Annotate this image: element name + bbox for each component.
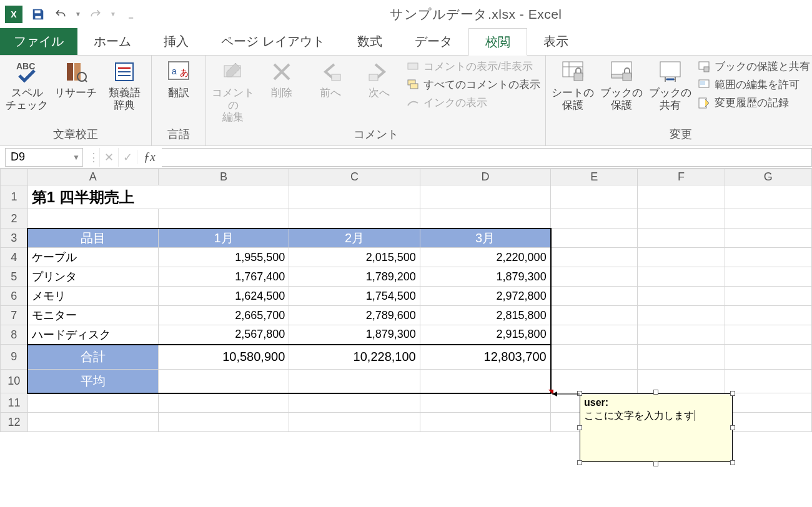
- cell[interactable]: [551, 325, 638, 345]
- cell[interactable]: [289, 393, 420, 413]
- row-header[interactable]: 8: [1, 325, 28, 345]
- tab-review[interactable]: 校閲: [468, 28, 527, 56]
- row-header[interactable]: 7: [1, 306, 28, 325]
- cell[interactable]: [27, 209, 158, 229]
- cell[interactable]: メモリ: [27, 287, 158, 306]
- cell[interactable]: [551, 287, 638, 306]
- col-header[interactable]: F: [638, 169, 725, 185]
- save-icon[interactable]: [29, 6, 47, 23]
- cell[interactable]: [551, 306, 638, 325]
- cell[interactable]: ハードディスク: [27, 325, 158, 345]
- delete-comment-button[interactable]: 削除: [260, 58, 304, 99]
- col-header[interactable]: A: [27, 169, 158, 185]
- cell[interactable]: [725, 413, 811, 432]
- cell[interactable]: [638, 229, 725, 248]
- tab-file[interactable]: ファイル: [0, 28, 77, 55]
- table-header[interactable]: 2月: [289, 229, 420, 248]
- row-header[interactable]: 9: [1, 345, 28, 370]
- cell[interactable]: 2,972,800: [420, 287, 550, 306]
- track-changes-button[interactable]: 変更履歴の記録: [697, 96, 810, 110]
- resize-handle-icon[interactable]: [577, 460, 582, 465]
- cell[interactable]: [638, 306, 725, 325]
- cell[interactable]: [551, 209, 638, 229]
- resize-handle-icon[interactable]: [730, 391, 735, 396]
- cell[interactable]: [289, 370, 420, 393]
- title-cell[interactable]: 第1 四半期売上: [27, 185, 289, 209]
- show-ink-button[interactable]: インクの表示: [406, 96, 540, 110]
- cell[interactable]: 2,915,800: [420, 325, 550, 345]
- col-header[interactable]: E: [551, 169, 638, 185]
- resize-handle-icon[interactable]: [653, 461, 658, 466]
- cell[interactable]: ケーブル: [27, 248, 158, 267]
- cell[interactable]: [725, 267, 811, 287]
- cell[interactable]: 1,879,300: [289, 325, 420, 345]
- undo-icon[interactable]: [51, 6, 70, 23]
- average-label-cell[interactable]: 平均: [27, 370, 158, 393]
- cell[interactable]: [420, 209, 550, 229]
- cell[interactable]: 1,789,200: [289, 267, 420, 287]
- resize-handle-icon[interactable]: [653, 390, 658, 395]
- row-header[interactable]: 5: [1, 267, 28, 287]
- share-workbook-button[interactable]: ブックの 共有: [648, 58, 692, 111]
- cell-d9[interactable]: 12,803,700: [420, 345, 550, 370]
- cell[interactable]: [725, 248, 811, 267]
- row-header[interactable]: 10: [1, 370, 28, 393]
- row-header[interactable]: 6: [1, 287, 28, 306]
- research-button[interactable]: リサーチ: [54, 58, 97, 99]
- redo-icon[interactable]: [86, 6, 105, 23]
- tab-home[interactable]: ホーム: [77, 28, 147, 55]
- cell[interactable]: [420, 370, 550, 393]
- worksheet-grid[interactable]: A B C D E F G 1 第1 四半期売上 2 3 品目 1月 2月 3月: [0, 169, 812, 432]
- cell[interactable]: 10,580,900: [158, 345, 289, 370]
- protect-sheet-button[interactable]: シートの 保護: [551, 58, 595, 111]
- col-header[interactable]: C: [289, 169, 420, 185]
- cell[interactable]: [725, 370, 811, 393]
- cell[interactable]: [638, 248, 725, 267]
- resize-handle-icon[interactable]: [730, 460, 735, 465]
- cell[interactable]: [158, 370, 289, 393]
- cell[interactable]: [638, 325, 725, 345]
- toggle-comment-button[interactable]: コメントの表示/非表示: [406, 59, 540, 74]
- tab-insert[interactable]: 挿入: [147, 28, 205, 55]
- next-comment-button[interactable]: 次へ: [357, 58, 401, 99]
- cell[interactable]: 2,015,500: [289, 248, 420, 267]
- cell[interactable]: [27, 413, 158, 432]
- fx-icon[interactable]: ƒx: [137, 150, 162, 164]
- cell[interactable]: [638, 370, 725, 393]
- prev-comment-button[interactable]: 前へ: [309, 58, 352, 99]
- cell[interactable]: [725, 209, 811, 229]
- cell[interactable]: [551, 248, 638, 267]
- cell[interactable]: [551, 345, 638, 370]
- name-box-dropdown-icon[interactable]: ▼: [72, 153, 80, 162]
- tab-view[interactable]: 表示: [527, 28, 585, 55]
- cell[interactable]: [289, 413, 420, 432]
- cell[interactable]: [158, 413, 289, 432]
- row-header[interactable]: 11: [1, 393, 28, 413]
- cell[interactable]: プリンタ: [27, 267, 158, 287]
- cell[interactable]: 10,228,100: [289, 345, 420, 370]
- row-header[interactable]: 4: [1, 248, 28, 267]
- cell[interactable]: [420, 393, 550, 413]
- cell[interactable]: [638, 287, 725, 306]
- edit-comment-button[interactable]: コメントの 編集: [211, 58, 255, 124]
- cell[interactable]: [289, 185, 420, 209]
- cell[interactable]: [420, 185, 550, 209]
- select-all-corner[interactable]: [1, 169, 28, 185]
- cell[interactable]: [289, 209, 420, 229]
- cell[interactable]: [638, 185, 725, 209]
- row-header[interactable]: 12: [1, 413, 28, 432]
- cancel-formula-icon[interactable]: ✕: [99, 148, 118, 167]
- redo-dropdown-icon[interactable]: ▼: [109, 6, 117, 23]
- row-header[interactable]: 1: [1, 185, 28, 209]
- undo-dropdown-icon[interactable]: ▼: [74, 6, 82, 23]
- cell[interactable]: 2,789,600: [289, 306, 420, 325]
- col-header[interactable]: D: [420, 169, 550, 185]
- cell[interactable]: [638, 345, 725, 370]
- qat-customize-icon[interactable]: ⎯: [121, 6, 140, 23]
- cell[interactable]: モニター: [27, 306, 158, 325]
- cell[interactable]: 1,624,500: [158, 287, 289, 306]
- formula-input[interactable]: [162, 148, 812, 167]
- cell[interactable]: [725, 229, 811, 248]
- cell[interactable]: [725, 345, 811, 370]
- row-header[interactable]: 2: [1, 209, 28, 229]
